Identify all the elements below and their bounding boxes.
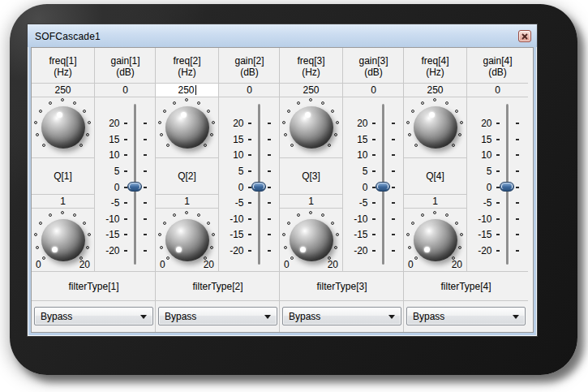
q-label-cell: Q[2] (156, 158, 219, 195)
slider-tick-mark (248, 123, 251, 124)
slider-thumb[interactable] (500, 182, 514, 192)
knob-tick (39, 222, 42, 225)
q-value-field[interactable]: 1 (32, 195, 95, 209)
gain-value-field[interactable]: 0 (343, 84, 404, 97)
q-scale-max: 20 (452, 259, 462, 270)
slider-scale: 20151050-5-10-15-20 (97, 118, 154, 256)
slider-tick-mark (372, 170, 376, 172)
slider-tick-label: 0 (97, 182, 120, 193)
slider-tick-label: -10 (346, 213, 368, 225)
freq-header: freq[1] (Hz) (32, 48, 95, 84)
knob-indicator-dot (181, 112, 187, 118)
filter-type-combo[interactable]: Bypass (406, 307, 526, 325)
freq-knob-cell (280, 97, 343, 158)
q-value-field[interactable]: 1 (280, 195, 343, 209)
slider-thumb[interactable] (376, 182, 390, 192)
knob-tick (88, 233, 91, 236)
slider-tick-mark (516, 139, 519, 140)
gain-value-field[interactable]: 0 (95, 84, 156, 97)
close-button[interactable] (518, 30, 531, 42)
q-value-field[interactable]: 1 (404, 195, 467, 209)
knob-tick (160, 133, 163, 136)
q-label: Q[2] (178, 170, 196, 182)
filter-combo-cell: Bypass (156, 301, 280, 332)
filter-type-combo[interactable]: Bypass (34, 307, 153, 325)
gain-slider[interactable]: 20151050-5-10-15-20 (221, 101, 278, 268)
slider-tick-mark (268, 218, 271, 220)
slider-tick-mark (124, 139, 127, 140)
filter-type-combo[interactable]: Bypass (158, 307, 277, 325)
slider-tick-mark (144, 139, 147, 140)
freq-value-field[interactable]: 250 (156, 84, 219, 97)
q-label: Q[4] (426, 170, 444, 182)
knob-tick (282, 121, 285, 124)
slider-tick-mark (516, 123, 519, 124)
gain-value-field[interactable]: 0 (219, 84, 280, 97)
freq-value-field[interactable]: 250 (280, 84, 343, 97)
slider-tick-label: 10 (221, 149, 244, 161)
filter-type-combo[interactable]: Bypass (282, 307, 401, 325)
q-label-cell: Q[1] (32, 158, 95, 195)
freq-unit-label: (Hz) (302, 67, 320, 78)
slider-tick-mark (248, 202, 251, 204)
slider-tick-label: 20 (221, 118, 244, 129)
freq-knob[interactable] (280, 98, 342, 157)
knob-tick (334, 133, 337, 136)
slider-tick-mark (392, 234, 395, 235)
slider-tick-mark (144, 250, 147, 252)
knob-tick (160, 246, 163, 249)
slider-tick-label: 5 (221, 166, 244, 177)
gain-slider[interactable]: 20151050-5-10-15-20 (346, 101, 402, 268)
slider-thumb[interactable] (251, 182, 266, 192)
knob-tick (321, 213, 324, 217)
slider-tick-label: 20 (470, 118, 492, 129)
knob-tick (421, 101, 424, 105)
slider-tick-label: 10 (97, 149, 120, 161)
freq-knob[interactable] (404, 98, 466, 157)
gain-slider[interactable]: 20151050-5-10-15-20 (470, 101, 526, 268)
q-value-field[interactable]: 1 (156, 195, 219, 209)
titlebar[interactable]: SOFCascade1 (28, 24, 537, 47)
freq-value-field[interactable]: 250 (32, 84, 95, 97)
gain-header: gain[3] (dB) (343, 48, 404, 84)
freq-value-field[interactable]: 250 (404, 84, 467, 97)
slider-tick-mark (516, 202, 519, 204)
slider-tick-label: -5 (346, 197, 368, 209)
slider-tick-label: 10 (346, 149, 368, 161)
filter-combo-cell: Bypass (280, 301, 404, 332)
knob-tick (36, 133, 39, 136)
slider-tick-label: -15 (470, 229, 492, 240)
knob-tick (207, 110, 210, 113)
knob-indicator-dot (57, 112, 62, 118)
knob-tick (336, 233, 339, 236)
knob-tick (287, 222, 290, 225)
dropdown-arrow-icon (140, 315, 147, 322)
freq-knob[interactable] (156, 98, 218, 157)
slider-thumb[interactable] (127, 182, 142, 192)
gain-value-field[interactable]: 0 (467, 84, 528, 97)
slider-tick-mark (516, 250, 519, 252)
q-label: Q[1] (54, 170, 72, 182)
knob-tick (207, 222, 210, 225)
knob-tick (433, 211, 436, 214)
slider-tick-mark (248, 234, 251, 235)
slider-tick-label: 5 (97, 166, 120, 177)
knob-tick (42, 256, 45, 260)
gain-slider[interactable]: 20151050-5-10-15-20 (97, 101, 154, 268)
knob-tick (460, 121, 463, 124)
knob-tick (210, 246, 213, 249)
freq-knob[interactable] (32, 98, 94, 157)
q-knob-cell: 0 20 (404, 209, 467, 272)
slider-tick-mark (516, 170, 519, 172)
slider-tick-mark (496, 218, 500, 220)
gain-header: gain[1] (dB) (95, 48, 156, 84)
q-scale-max: 20 (204, 259, 214, 270)
slider-tick-label: 10 (470, 149, 492, 161)
combo-selected-value: Bypass (289, 311, 388, 322)
slider-tick-label: -10 (470, 213, 492, 225)
slider-tick-mark (124, 234, 127, 235)
freq-header-label: freq[1] (49, 55, 76, 67)
slider-tick-mark (372, 154, 376, 156)
slider-tick-mark (372, 139, 376, 140)
knob-tick (284, 133, 287, 136)
